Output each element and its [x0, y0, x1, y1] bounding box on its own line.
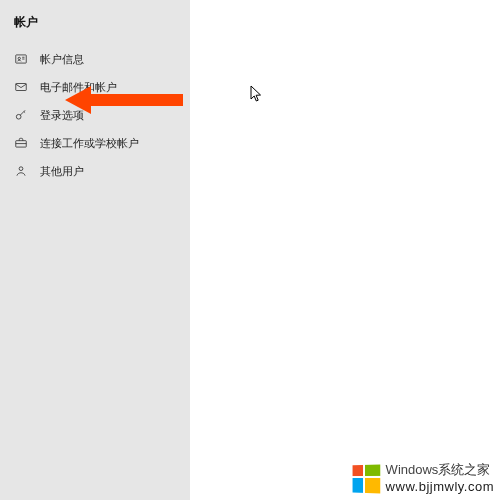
- sidebar-item-other-users[interactable]: 其他用户: [0, 157, 190, 185]
- sidebar-item-label: 帐户信息: [40, 52, 84, 67]
- main-content: [190, 0, 500, 500]
- svg-point-5: [16, 114, 21, 119]
- watermark: Windows系统之家 www.bjjmwly.com: [352, 461, 494, 494]
- mouse-cursor-icon: [250, 85, 262, 103]
- watermark-brand: Windows: [386, 462, 439, 477]
- windows-logo-icon: [352, 464, 378, 491]
- id-card-icon: [14, 52, 28, 66]
- svg-point-1: [18, 57, 20, 59]
- svg-point-8: [19, 167, 23, 171]
- sidebar-item-label: 电子邮件和帐户: [40, 80, 117, 95]
- sidebar-title: 帐户: [0, 10, 190, 45]
- watermark-suffix: 系统之家: [438, 462, 490, 477]
- svg-rect-0: [16, 55, 27, 63]
- sidebar-item-label: 登录选项: [40, 108, 84, 123]
- mail-icon: [14, 80, 28, 94]
- accounts-sidebar: 帐户 帐户信息 电子邮件和帐户 登录选项 连接工作或学校帐户 其他用户: [0, 0, 190, 500]
- watermark-url: www.bjjmwly.com: [386, 479, 494, 494]
- sidebar-item-label: 其他用户: [40, 164, 84, 179]
- watermark-text: Windows系统之家 www.bjjmwly.com: [386, 461, 494, 494]
- sidebar-item-email-accounts[interactable]: 电子邮件和帐户: [0, 73, 190, 101]
- sidebar-item-work-school[interactable]: 连接工作或学校帐户: [0, 129, 190, 157]
- person-icon: [14, 164, 28, 178]
- key-icon: [14, 108, 28, 122]
- svg-rect-4: [16, 84, 27, 91]
- sidebar-item-signin-options[interactable]: 登录选项: [0, 101, 190, 129]
- sidebar-item-account-info[interactable]: 帐户信息: [0, 45, 190, 73]
- sidebar-item-label: 连接工作或学校帐户: [40, 136, 139, 151]
- briefcase-icon: [14, 136, 28, 150]
